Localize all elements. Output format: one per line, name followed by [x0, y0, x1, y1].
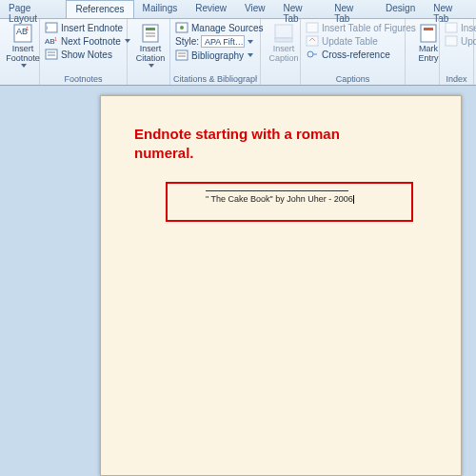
insert-citation-label: Insert Citation [136, 45, 166, 64]
text-cursor [353, 195, 354, 204]
insert-index-icon [445, 22, 458, 33]
footnote-icon: AB1 [12, 23, 33, 44]
update-table-button[interactable]: Update Table [304, 34, 402, 48]
ribbon: AB1 Insert Footnote i Insert Endnote AB1… [0, 19, 476, 86]
tab-new-tab-1[interactable]: New Tab [275, 0, 327, 18]
group-footnotes-small: i Insert Endnote AB1 Next Footnote Show … [40, 19, 128, 85]
update-table-label: Update Table [322, 36, 378, 47]
group-citations-label: Citations & Bibliography [173, 73, 257, 85]
tab-mailings[interactable]: Mailings [134, 0, 188, 18]
cross-reference-button[interactable]: Cross-reference [304, 48, 402, 61]
insert-index-button[interactable]: Insert [443, 21, 470, 34]
insert-caption-label: Insert Caption [268, 45, 298, 64]
tab-page-layout[interactable]: Page Layout [0, 0, 66, 18]
group-index-label: Index [443, 73, 470, 85]
annotation-highlight-box: " The Cake Book" by John Uher - 2006 [166, 182, 413, 222]
bibliography-icon [175, 50, 188, 61]
document-page[interactable]: Endnote starting with a roman numeral. "… [100, 95, 462, 476]
tab-new-tab-2[interactable]: New Tab [326, 0, 377, 18]
svg-rect-25 [424, 28, 433, 30]
group-footnotes-label: Footnotes [43, 73, 124, 85]
group-citations-small: Manage Sources Style: APA Fift… Bibliogr… [170, 19, 261, 85]
cross-reference-icon [306, 49, 319, 60]
svg-text:1: 1 [54, 36, 57, 42]
group-footnotes-big: AB1 Insert Footnote [0, 19, 40, 85]
insert-tof-button[interactable]: Insert Table of Figures [304, 21, 402, 34]
citation-icon [140, 23, 161, 44]
svg-rect-26 [446, 23, 457, 32]
tab-design[interactable]: Design [377, 0, 425, 18]
bibliography-label: Bibliography [191, 50, 244, 61]
update-index-label: Updat [461, 36, 476, 47]
svg-rect-16 [176, 50, 188, 60]
cross-reference-label: Cross-reference [322, 50, 390, 60]
show-notes-label: Show Notes [61, 50, 112, 60]
caption-icon [273, 23, 294, 44]
chevron-down-icon [248, 40, 253, 44]
next-footnote-button[interactable]: AB1 Next Footnote [43, 34, 124, 48]
group-captions-label: Captions [304, 73, 402, 85]
mark-entry-label: Mark Entry [418, 45, 438, 64]
insert-tof-label: Insert Table of Figures [322, 23, 416, 33]
update-table-icon [306, 35, 319, 47]
show-notes-button[interactable]: Show Notes [43, 48, 124, 61]
endnote-icon: i [45, 22, 58, 33]
svg-rect-20 [275, 38, 292, 42]
svg-rect-11 [146, 28, 155, 30]
manage-sources-icon [175, 22, 188, 33]
insert-footnote-label: Insert Footnote [6, 45, 40, 64]
svg-point-23 [307, 51, 313, 57]
style-value: APA Fift… [201, 35, 245, 48]
svg-rect-24 [421, 25, 436, 42]
tab-references[interactable]: References [66, 0, 133, 18]
insert-endnote-label: Insert Endnote [61, 23, 123, 33]
manage-sources-label: Manage Sources [191, 23, 264, 33]
insert-endnote-button[interactable]: i Insert Endnote [43, 21, 124, 34]
next-footnote-label: Next Footnote [61, 36, 121, 47]
style-label: Style: [175, 36, 199, 47]
endnote-content: " The Cake Book" by John Uher - 2006 [206, 194, 353, 204]
group-captions-big: Insert Caption [261, 19, 301, 85]
group-index-small: Insert Updat Index [440, 19, 474, 85]
svg-text:i: i [47, 25, 48, 30]
citation-style-dropdown[interactable]: Style: APA Fift… [173, 34, 257, 49]
show-notes-icon [45, 49, 58, 60]
svg-rect-19 [275, 25, 292, 38]
manage-sources-button[interactable]: Manage Sources [173, 21, 257, 34]
mark-entry-icon [418, 23, 439, 44]
insert-index-label: Insert [461, 23, 476, 33]
update-index-button[interactable]: Updat [443, 34, 470, 48]
chevron-down-icon [149, 64, 154, 68]
insert-caption-button[interactable]: Insert Caption [264, 21, 304, 66]
svg-point-15 [180, 26, 184, 30]
svg-rect-27 [446, 36, 457, 46]
document-workspace: Endnote starting with a roman numeral. "… [0, 86, 476, 476]
bibliography-button[interactable]: Bibliography [173, 49, 257, 62]
tab-review[interactable]: Review [187, 0, 236, 18]
group-citations-big: Insert Citation [128, 19, 170, 85]
next-footnote-icon: AB1 [45, 35, 58, 47]
ribbon-tabs: Page Layout References Mailings Review V… [0, 0, 476, 19]
update-index-icon [445, 35, 458, 47]
annotation-title: Endnote starting with a roman numeral. [134, 125, 382, 162]
tof-icon [306, 22, 319, 33]
insert-citation-button[interactable]: Insert Citation [130, 21, 170, 69]
endnote-text[interactable]: " The Cake Book" by John Uher - 2006 [168, 191, 411, 204]
chevron-down-icon [248, 53, 253, 57]
group-index-big: Mark Entry [406, 19, 440, 85]
group-captions-small: Insert Table of Figures Update Table Cro… [301, 19, 406, 85]
svg-rect-7 [46, 50, 57, 59]
tab-view[interactable]: View [236, 0, 275, 18]
tab-new-tab-3[interactable]: New Tab [425, 0, 476, 18]
chevron-down-icon [21, 64, 27, 68]
svg-rect-21 [307, 23, 318, 32]
insert-footnote-button[interactable]: AB1 Insert Footnote [3, 21, 43, 69]
